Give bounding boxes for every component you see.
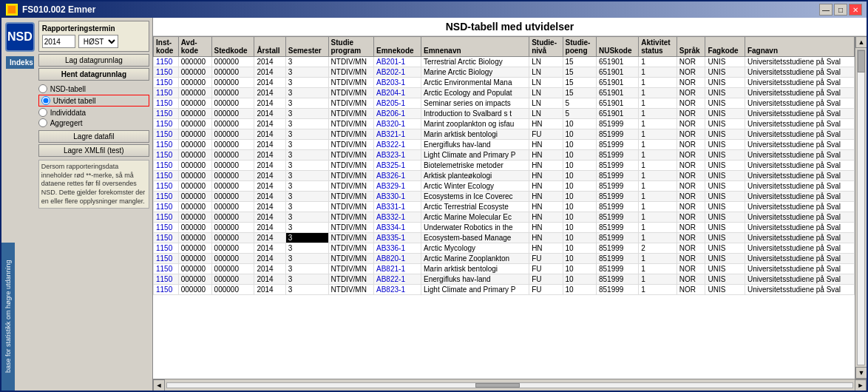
right-scroll-track[interactable] <box>857 50 865 365</box>
sidebar: NSD Indeks Rapporteringstermin HØST VÅR <box>1 18 153 391</box>
cell-aktivitetstatus: 2 <box>639 243 677 254</box>
close-button[interactable]: ✕ <box>849 4 862 16</box>
radio-individdata-label: Individdata <box>50 109 86 117</box>
cell-studieprogram: NTDIV/MN <box>328 88 373 98</box>
cell-stedkode: 000000 <box>211 57 254 67</box>
cell-aktivitetstatus: 1 <box>639 285 677 295</box>
cell-stedkode: 000000 <box>211 223 254 233</box>
content-area: NSD Indeks Rapporteringstermin HØST VÅR <box>1 18 867 391</box>
cell-emnekode: AB320-1 <box>374 119 421 129</box>
radio-individdata[interactable]: Individdata <box>38 108 149 117</box>
cell-fagkode: UNIS <box>705 192 745 202</box>
cell-fagkode: UNIS <box>705 243 745 254</box>
semester-select[interactable]: HØST VÅR <box>78 35 118 48</box>
cell-avdkode: 000000 <box>178 223 211 233</box>
main-header: NSD-tabell med utvidelser <box>153 18 867 36</box>
cell-sprak: NOR <box>677 78 705 88</box>
indeks-button[interactable]: Indeks <box>6 56 34 69</box>
radio-aggregert-input[interactable] <box>38 118 47 127</box>
cell-avdkode: 000000 <box>178 192 211 202</box>
table-row: 115000000000000020143NTDIV/MNAB204-1Arct… <box>154 88 855 98</box>
cell-aktivitetstatus: 1 <box>639 67 677 78</box>
bottom-scroll-thumb[interactable] <box>475 383 520 388</box>
cell-studiepoeng: 10 <box>563 192 596 202</box>
cell-sprak: NOR <box>677 57 705 67</box>
cell-emnenavn: Light Climate and Primary P <box>421 150 529 160</box>
cell-arstall: 2014 <box>254 119 285 129</box>
scroll-down-button[interactable]: ▼ <box>855 367 867 379</box>
cell-aktivitetstatus: 1 <box>639 274 677 285</box>
lagre-xml-button[interactable]: Lagre XMLfil (test) <box>38 144 149 157</box>
cell-sprak: NOR <box>677 160 705 171</box>
cell-studieniva: HN <box>529 181 563 192</box>
info-box: Dersom rapporteringsdata inneholder rød … <box>38 160 149 209</box>
nsd-logo: NSD <box>5 22 35 52</box>
cell-studieprogram: NTDIV/MN <box>328 233 373 243</box>
cell-instkode: 1150 <box>154 212 179 223</box>
cell-studieprogram: NTDIV/MN <box>328 181 373 192</box>
cell-instkode: 1150 <box>154 192 179 202</box>
cell-studieprogram: NTDIV/MN <box>328 254 373 264</box>
table-row: 115000000000000020143NTDIV/MNAB331-1Arct… <box>154 202 855 212</box>
cell-arstall: 2014 <box>254 150 285 160</box>
right-scroll-thumb[interactable] <box>858 50 865 72</box>
radio-utvidet-input[interactable] <box>41 96 50 105</box>
right-scrollbar[interactable]: ▲ ▼ <box>855 36 867 379</box>
bottom-scroll-track[interactable] <box>166 382 853 388</box>
cell-studieprogram: NTDIV/MN <box>328 223 373 233</box>
cell-semester: 3 <box>285 243 328 254</box>
cell-studieprogram: NTDIV/MN <box>328 109 373 119</box>
cell-instkode: 1150 <box>154 109 179 119</box>
cell-fagkode: UNIS <box>705 109 745 119</box>
cell-instkode: 1150 <box>154 243 179 254</box>
cell-emnekode: AB336-1 <box>374 243 421 254</box>
hent-datagrunnlag-button[interactable]: Hent datagrunnlag <box>38 68 149 81</box>
year-input[interactable] <box>42 35 75 48</box>
titlebar-buttons: — □ ✕ <box>819 4 862 16</box>
col-stedkode: Stedkode <box>211 37 254 57</box>
cell-studiepoeng: 10 <box>563 274 596 285</box>
bottom-scrollbar[interactable]: ◄ ► <box>153 379 867 391</box>
cell-emnenavn: Light Climate and Primary P <box>421 285 529 295</box>
scroll-left-button[interactable]: ◄ <box>153 379 165 391</box>
table-container[interactable]: Inst-kode Avd-kode Stedkode Årstall Seme… <box>153 36 855 379</box>
radio-nsd-tabell[interactable]: NSD-tabell <box>38 84 149 93</box>
cell-arstall: 2014 <box>254 264 285 274</box>
cell-studiepoeng: 10 <box>563 171 596 181</box>
cell-fagkode: UNIS <box>705 274 745 285</box>
maximize-button[interactable]: □ <box>834 4 847 16</box>
cell-fagkode: UNIS <box>705 150 745 160</box>
scroll-up-button[interactable]: ▲ <box>855 36 867 48</box>
cell-studieniva: HN <box>529 119 563 129</box>
radio-nsd-input[interactable] <box>38 84 47 93</box>
cell-sprak: NOR <box>677 212 705 223</box>
cell-studiepoeng: 10 <box>563 223 596 233</box>
cell-nuskode: 851999 <box>597 192 639 202</box>
scroll-right-button[interactable]: ► <box>855 379 867 391</box>
minimize-button[interactable]: — <box>819 4 833 16</box>
cell-sprak: NOR <box>677 171 705 181</box>
cell-avdkode: 000000 <box>178 67 211 78</box>
cell-fagnavn: Universitetsstudiene på Sval <box>745 264 854 274</box>
col-instkode: Inst-kode <box>154 37 179 57</box>
data-table: Inst-kode Avd-kode Stedkode Årstall Seme… <box>153 36 855 295</box>
cell-arstall: 2014 <box>254 129 285 140</box>
cell-studieprogram: NTDIV/MN <box>328 140 373 150</box>
lagre-datafil-button[interactable]: Lagre datafil <box>38 130 149 143</box>
cell-nuskode: 851999 <box>597 140 639 150</box>
radio-utvidet-tabell[interactable]: Utvidet tabell <box>38 95 149 107</box>
cell-semester: 3 <box>285 129 328 140</box>
cell-emnenavn: Marine Arctic Biology <box>421 67 529 78</box>
radio-aggregert[interactable]: Aggregert <box>38 118 149 127</box>
radio-individdata-input[interactable] <box>38 108 47 117</box>
cell-studiepoeng: 5 <box>563 98 596 109</box>
cell-arstall: 2014 <box>254 181 285 192</box>
lag-datagrunnlag-button[interactable]: Lag datagrunnlag <box>38 54 149 67</box>
cell-semester: 3 <box>285 109 328 119</box>
cell-arstall: 2014 <box>254 171 285 181</box>
cell-studieniva: LN <box>529 78 563 88</box>
cell-arstall: 2014 <box>254 98 285 109</box>
cell-fagnavn: Universitetsstudiene på Sval <box>745 243 854 254</box>
cell-aktivitetstatus: 1 <box>639 171 677 181</box>
cell-emnekode: AB334-1 <box>374 223 421 233</box>
